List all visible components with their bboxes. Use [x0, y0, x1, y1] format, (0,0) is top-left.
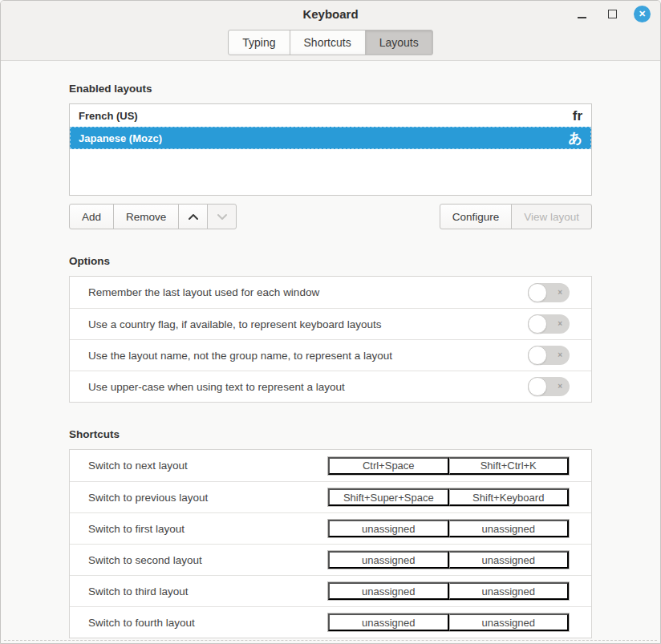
tab-shortcuts[interactable]: Shortcuts — [290, 30, 366, 55]
add-layout-button[interactable]: Add — [69, 204, 114, 229]
layout-name: Japanese (Mozc) — [79, 132, 162, 144]
option-row-layout-name: Use the layout name, not the group name,… — [70, 339, 591, 371]
keybind-button[interactable]: unassigned — [328, 520, 449, 537]
toggle-off-icon: × — [558, 289, 562, 297]
toggle-layout-name[interactable]: × — [528, 346, 570, 365]
options-header: Options — [69, 255, 592, 268]
shortcut-row-second-layout: Switch to second layout unassigned unass… — [70, 544, 591, 575]
keybind-button[interactable]: unassigned — [449, 582, 570, 600]
shortcut-label: Switch to next layout — [88, 460, 188, 472]
toggle-knob — [528, 314, 547, 334]
tab-group: Typing Shortcuts Layouts — [228, 30, 432, 55]
shortcuts-header: Shortcuts — [69, 428, 592, 441]
keybind-button[interactable]: Shift+Ctrl+K — [449, 457, 570, 475]
keyboard-settings-window: { "window": { "title": "Keyboard" }, "ta… — [0, 0, 661, 644]
layout-indicator: fr — [573, 109, 582, 123]
remove-layout-button[interactable]: Remove — [113, 204, 179, 229]
keybind-group: Ctrl+Space Shift+Ctrl+K — [327, 456, 570, 476]
option-label: Use the layout name, not the group name,… — [88, 350, 392, 362]
titlebar[interactable]: Keyboard ✕ — [1, 1, 660, 27]
chevron-up-icon — [188, 213, 199, 221]
chevron-down-icon — [217, 213, 228, 221]
keybind-button[interactable]: unassigned — [449, 614, 570, 631]
toggle-remember-layout[interactable]: × — [528, 283, 570, 302]
shortcut-row-fourth-layout: Switch to fourth layout unassigned unass… — [70, 606, 591, 638]
tab-typing[interactable]: Typing — [228, 30, 290, 55]
option-row-country-flag: Use a country flag, if available, to rep… — [70, 308, 591, 339]
toggle-upper-case[interactable]: × — [528, 377, 570, 396]
shortcut-row-third-layout: Switch to third layout unassigned unassi… — [70, 575, 591, 606]
enabled-layouts-list: French (US) fr Japanese (Mozc) あ — [69, 103, 592, 196]
toggle-country-flag[interactable]: × — [528, 314, 570, 334]
minimize-icon — [578, 17, 586, 18]
close-button[interactable]: ✕ — [634, 6, 651, 22]
option-label: Use upper-case when using text to repres… — [88, 381, 345, 393]
keybind-group: unassigned unassigned — [327, 519, 570, 538]
option-label: Remember the last layout used for each w… — [88, 286, 319, 298]
shortcut-label: Switch to second layout — [88, 554, 202, 566]
window-title: Keyboard — [302, 7, 358, 21]
minimize-button[interactable] — [573, 6, 590, 23]
move-layout-up-button[interactable] — [178, 204, 208, 229]
layout-edit-button-group: Add Remove — [69, 204, 237, 229]
maximize-icon — [608, 10, 617, 18]
shortcuts-card: Switch to next layout Ctrl+Space Shift+C… — [69, 449, 592, 638]
window-controls: ✕ — [573, 1, 651, 27]
tab-layouts[interactable]: Layouts — [365, 30, 433, 55]
keybind-button[interactable]: Ctrl+Space — [328, 457, 449, 475]
move-layout-down-button[interactable] — [207, 204, 237, 229]
toggle-off-icon: × — [558, 320, 562, 328]
enabled-layouts-header: Enabled layouts — [69, 83, 592, 95]
toggle-off-icon: × — [558, 383, 562, 391]
maximize-button[interactable] — [603, 6, 621, 23]
shortcut-label: Switch to previous layout — [88, 492, 208, 504]
layout-list-actions: Add Remove Configure View layout — [69, 204, 592, 229]
keybind-button[interactable]: unassigned — [449, 551, 570, 569]
shortcut-row-previous-layout: Switch to previous layout Shift+Super+Sp… — [70, 481, 591, 512]
close-icon: ✕ — [639, 10, 646, 18]
actions-spacer — [237, 204, 439, 229]
keybind-group: unassigned unassigned — [327, 581, 570, 601]
keybind-button[interactable]: unassigned — [328, 582, 449, 600]
toggle-off-icon: × — [558, 351, 562, 359]
keybind-button[interactable]: unassigned — [328, 551, 449, 569]
keybind-button[interactable]: Shift+Super+Space — [328, 488, 449, 506]
option-row-upper-case: Use upper-case when using text to repres… — [70, 371, 591, 402]
configure-layout-button[interactable]: Configure — [440, 204, 513, 229]
layout-indicator: あ — [569, 132, 582, 145]
shortcut-row-next-layout: Switch to next layout Ctrl+Space Shift+C… — [70, 450, 591, 481]
toggle-knob — [528, 283, 547, 302]
layout-list-item[interactable]: French (US) fr — [70, 104, 591, 127]
option-label: Use a country flag, if available, to rep… — [88, 318, 381, 330]
layout-name: French (US) — [79, 110, 138, 122]
keybind-button[interactable]: Shift+Keyboard — [449, 488, 570, 506]
keybind-button[interactable]: unassigned — [449, 520, 570, 537]
shortcut-label: Switch to third layout — [88, 585, 189, 597]
tab-bar: Typing Shortcuts Layouts — [1, 27, 660, 60]
layout-list-item-selected[interactable]: Japanese (Mozc) あ — [70, 127, 591, 149]
shortcut-label: Switch to first layout — [88, 523, 185, 535]
toggle-knob — [528, 346, 547, 365]
window-header: Keyboard ✕ Typing Shortcuts Layouts — [1, 1, 660, 61]
keybind-group: unassigned unassigned — [327, 550, 570, 569]
layout-tools-button-group: Configure View layout — [440, 204, 592, 229]
options-card: Remember the last layout used for each w… — [69, 276, 592, 403]
keybind-group: unassigned unassigned — [327, 613, 570, 632]
scroll-focus-dash — [4, 640, 657, 641]
shortcut-label: Switch to fourth layout — [88, 617, 195, 629]
shortcut-row-first-layout: Switch to first layout unassigned unassi… — [70, 512, 591, 544]
keybind-group: Shift+Super+Space Shift+Keyboard — [327, 488, 570, 507]
keybind-button[interactable]: unassigned — [328, 614, 449, 631]
toggle-knob — [528, 377, 547, 396]
layouts-page: Enabled layouts French (US) fr Japanese … — [69, 83, 592, 638]
view-layout-button[interactable]: View layout — [511, 204, 592, 229]
option-row-remember-layout: Remember the last layout used for each w… — [70, 277, 591, 308]
